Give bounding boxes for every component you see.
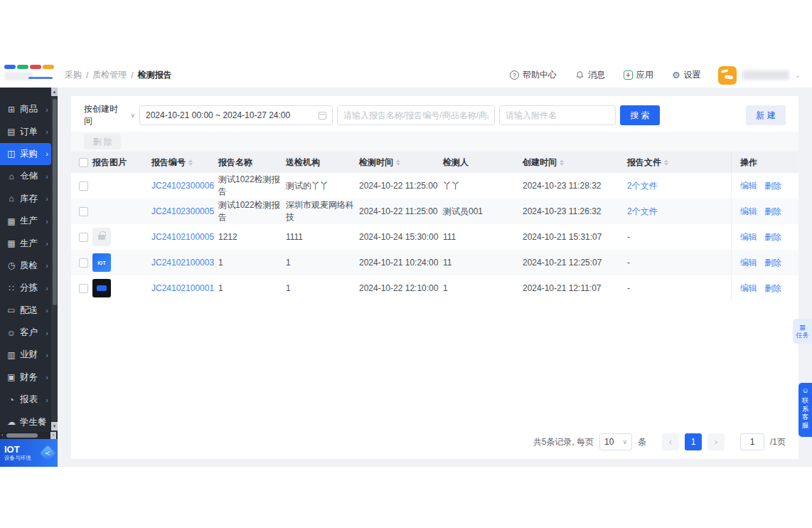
delete-link[interactable]: 删除 (764, 206, 781, 218)
sidebar-item-goods[interactable]: ⊞ 商品 › (0, 98, 51, 120)
sidebar-item-production-2[interactable]: ▦ 生产 › (0, 232, 51, 254)
messages-button[interactable]: 消息 (575, 69, 605, 81)
select-all-checkbox[interactable] (79, 158, 88, 167)
edit-link[interactable]: 编辑 (740, 231, 757, 243)
settings-button[interactable]: ⚙ 设置 (672, 69, 701, 81)
row-checkbox[interactable] (79, 181, 88, 191)
tester: 1 (443, 283, 523, 293)
sidebar-item-warehouse[interactable]: ⌂ 仓储 › (0, 165, 51, 187)
chevron-right-icon: › (46, 329, 48, 337)
row-checkbox[interactable] (79, 233, 88, 242)
top-bar: 采购 / 质检管理 / 检测报告 ? 帮助中心 消息 + 应用 (0, 63, 812, 88)
horizontal-scrollbar-thumb[interactable] (6, 433, 38, 438)
row-checkbox[interactable] (79, 258, 88, 268)
agency: 深圳市观麦网络科技 (286, 199, 359, 223)
created-time: 2024-10-23 11:26:32 (523, 206, 627, 216)
sidebar-horizontal-scrollbar[interactable]: ‹ › (0, 432, 58, 439)
next-page-button[interactable]: › (707, 433, 725, 450)
report-no-link[interactable]: JC24102300005 (151, 206, 214, 216)
sidebar-item-production-1[interactable]: ▦ 生产 › (0, 210, 51, 232)
date-range-input[interactable] (146, 110, 319, 120)
delete-link[interactable]: 删除 (764, 257, 781, 269)
pagination-unit: 条 (638, 436, 646, 448)
inventory-icon: ⌂ (6, 194, 16, 204)
column-report-name: 报告名称 (218, 157, 286, 169)
current-page-button[interactable]: 1 (685, 433, 702, 450)
sort-icon[interactable] (396, 159, 400, 166)
report-image-iot-logo[interactable]: IOT (92, 253, 111, 272)
sort-icon[interactable] (188, 159, 193, 166)
settings-label: 设置 (684, 69, 701, 81)
report-image-screenshot[interactable] (92, 279, 111, 297)
customer-service-label: 联系客服 (801, 396, 809, 429)
search-button[interactable]: 搜 索 (620, 105, 660, 125)
chevron-right-icon: › (46, 105, 48, 114)
created-time: 2024-10-21 12:25:07 (523, 258, 627, 268)
help-center-button[interactable]: ? 帮助中心 (510, 69, 557, 81)
time-type-select[interactable]: 按创建时间 ∨ (84, 103, 135, 127)
page-jump-input[interactable] (740, 433, 764, 450)
chevron-down-icon: ∨ (622, 438, 627, 445)
app-logo[interactable] (0, 63, 58, 88)
sort-icon[interactable] (664, 159, 668, 166)
table-header: 报告图片 报告编号 报告名称 送检机构 检测时间 检测人 创建时间 报告文件 操… (71, 152, 798, 173)
customer-service-floating-button[interactable]: ☺ 联系客服 (798, 383, 812, 437)
column-report-no[interactable]: 报告编号 (151, 157, 218, 169)
apps-button[interactable]: + 应用 (624, 69, 653, 81)
edit-link[interactable]: 编辑 (740, 180, 757, 192)
delete-button-disabled[interactable]: 删 除 (84, 134, 121, 149)
sidebar-item-sorting[interactable]: ∷ 分拣 › (0, 277, 51, 299)
avatar[interactable] (718, 66, 737, 85)
app-window: 采购 / 质检管理 / 检测报告 ? 帮助中心 消息 + 应用 (0, 0, 812, 528)
row-checkbox[interactable] (79, 207, 88, 216)
delete-link[interactable]: 删除 (764, 283, 781, 295)
report-no-link[interactable]: JC24102300006 (151, 181, 214, 191)
chevron-down-icon[interactable]: ⌄ (795, 71, 801, 79)
edit-link[interactable]: 编辑 (740, 206, 757, 218)
logo-bar-red (30, 65, 41, 69)
sidebar-item-quality-check[interactable]: ◷ 质检 › (0, 255, 51, 277)
create-button[interactable]: 新 建 (746, 105, 786, 125)
column-created-time[interactable]: 创建时间 (523, 157, 627, 169)
date-range-picker[interactable] (139, 105, 333, 125)
iot-panel[interactable]: IOT 设备与环境 ≺ (0, 439, 58, 467)
sidebar-vertical-scrollbar[interactable]: ▲ ▼ (51, 88, 58, 432)
column-report-files[interactable]: 报告文件 (627, 157, 731, 169)
edit-link[interactable]: 编辑 (740, 283, 757, 295)
sort-icon[interactable] (560, 159, 564, 166)
sidebar-item-orders[interactable]: ▤ 订单 › (0, 120, 51, 142)
page-size-select[interactable]: 10 ∨ (599, 433, 632, 450)
agency: 1111 (286, 232, 359, 242)
edit-link[interactable]: 编辑 (740, 257, 757, 269)
files-empty: - (627, 258, 731, 268)
tasks-floating-button[interactable]: ≣ 任务 (793, 319, 812, 344)
report-no-link[interactable]: JC24102100003 (151, 258, 214, 268)
report-no-link[interactable]: JC24102100005 (151, 232, 214, 242)
sidebar-item-inventory[interactable]: ⌂ 库存 › (0, 188, 51, 210)
delete-link[interactable]: 删除 (764, 231, 781, 243)
breadcrumb-item[interactable]: 采购 (65, 69, 82, 81)
report-no-link[interactable]: JC24102100001 (151, 283, 214, 293)
breadcrumb-item[interactable]: 质检管理 (92, 69, 127, 81)
sidebar-item-delivery[interactable]: ▭ 配送 › (0, 300, 51, 322)
sidebar-item-business-finance[interactable]: ▥ 业财 › (0, 344, 51, 366)
sidebar-item-reports[interactable]: ◔ 报表 › (0, 389, 51, 411)
sidebar-item-customers[interactable]: ☺ 客户 › (0, 322, 51, 344)
column-test-time[interactable]: 检测时间 (359, 157, 443, 169)
prev-page-button[interactable]: ‹ (662, 433, 679, 450)
attachment-name-input[interactable] (499, 105, 616, 125)
row-checkbox[interactable] (79, 284, 88, 293)
scroll-right-arrow-icon[interactable]: › (50, 432, 56, 439)
keyword-search-input[interactable] (337, 105, 495, 125)
delete-link[interactable]: 删除 (764, 180, 781, 192)
scroll-up-arrow-icon[interactable]: ▲ (51, 88, 58, 96)
scroll-down-arrow-icon[interactable]: ▼ (51, 422, 58, 431)
breadcrumb-separator: / (131, 70, 133, 80)
vertical-scrollbar-thumb[interactable] (53, 99, 57, 305)
files-link[interactable]: 2个文件 (627, 206, 658, 216)
sidebar-item-finance[interactable]: ▣ 财务 › (0, 366, 51, 389)
sidebar-item-student-meal[interactable]: ☁ 学生餐 (0, 411, 51, 433)
scroll-left-arrow-icon[interactable]: ‹ (1, 432, 4, 439)
sidebar-item-procurement[interactable]: ◫ 采购 › (0, 143, 51, 165)
files-link[interactable]: 2个文件 (627, 181, 658, 191)
